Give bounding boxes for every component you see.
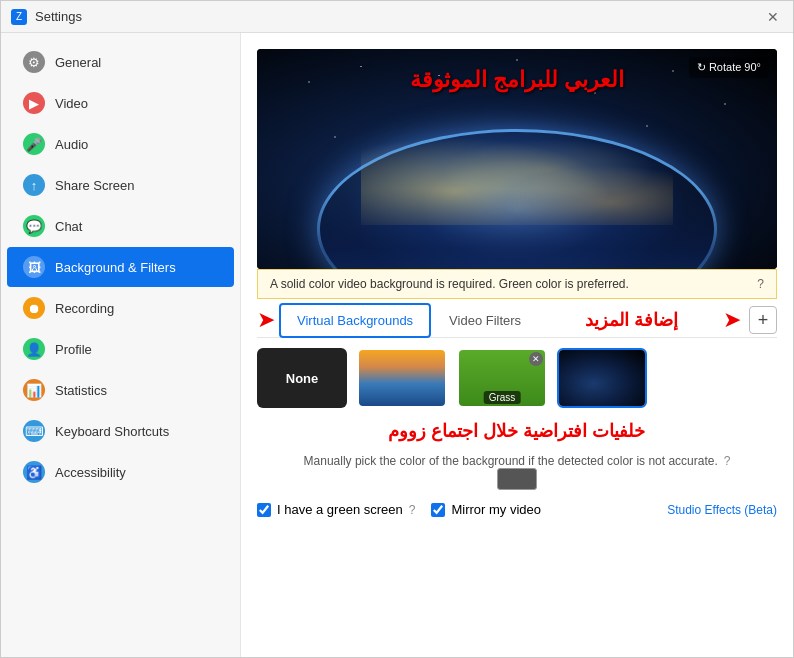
window-title: Settings	[35, 9, 82, 24]
grass-label: Grass	[484, 391, 521, 404]
chat-icon: 💬	[23, 215, 45, 237]
main-panel: العربي للبرامج الموثوقة ↻ Rotate 90° A s…	[241, 33, 793, 657]
tabs-row: ➤ Virtual Backgrounds Video Filters إضاف…	[257, 303, 777, 338]
background-icon: 🖼	[23, 256, 45, 278]
add-btn-wrapper: ➤ +	[723, 306, 777, 334]
tab-arrow-wrapper: ➤ Virtual Backgrounds	[257, 303, 431, 337]
sidebar-item-profile[interactable]: 👤 Profile	[7, 329, 234, 369]
sidebar-item-audio[interactable]: 🎤 Audio	[7, 124, 234, 164]
mirror-video-row: Mirror my video	[431, 502, 541, 517]
green-screen-label: I have a green screen	[277, 502, 403, 517]
sidebar-item-video[interactable]: ▶ Video	[7, 83, 234, 123]
sidebar-item-accessibility[interactable]: ♿ Accessibility	[7, 452, 234, 492]
arabic-add-text: إضافة المزيد	[539, 309, 723, 331]
thumb-none[interactable]: None	[257, 348, 347, 408]
color-label-row: Manually pick the color of the backgroun…	[257, 454, 777, 468]
none-label: None	[259, 350, 345, 406]
sidebar-label-audio: Audio	[55, 137, 88, 152]
earth-image	[559, 350, 645, 406]
tab-video-filters[interactable]: Video Filters	[431, 303, 539, 338]
app-icon: Z	[11, 9, 27, 25]
color-preview-swatch[interactable]	[497, 468, 537, 490]
statistics-icon: 📊	[23, 379, 45, 401]
bridge-image	[359, 350, 445, 406]
sidebar-item-general[interactable]: ⚙ General	[7, 42, 234, 82]
sidebar: ⚙ General ▶ Video 🎤 Audio ↑ Share Screen…	[1, 33, 241, 657]
warning-bar: A solid color video background is requir…	[257, 269, 777, 299]
thumb-earth[interactable]	[557, 348, 647, 408]
mirror-video-label: Mirror my video	[451, 502, 541, 517]
sidebar-label-background: Background & Filters	[55, 260, 176, 275]
close-button[interactable]: ✕	[763, 7, 783, 27]
thumbnails-row: None ✕ Grass	[257, 348, 777, 408]
sidebar-label-accessibility: Accessibility	[55, 465, 126, 480]
thumb-bridge[interactable]	[357, 348, 447, 408]
warning-help-icon[interactable]: ?	[757, 277, 764, 291]
titlebar: Z Settings ✕	[1, 1, 793, 33]
tab-virtual-backgrounds[interactable]: Virtual Backgrounds	[279, 303, 431, 338]
sharescreen-icon: ↑	[23, 174, 45, 196]
green-screen-help-icon[interactable]: ?	[409, 503, 416, 517]
sidebar-label-keyboard: Keyboard Shortcuts	[55, 424, 169, 439]
sidebar-label-profile: Profile	[55, 342, 92, 357]
bottom-checkboxes: I have a green screen ? Mirror my video …	[257, 498, 777, 521]
audio-icon: 🎤	[23, 133, 45, 155]
add-background-button[interactable]: +	[749, 306, 777, 334]
green-screen-row: I have a green screen ?	[257, 502, 415, 517]
video-icon: ▶	[23, 92, 45, 114]
bottom-section: Manually pick the color of the backgroun…	[257, 450, 777, 525]
general-icon: ⚙	[23, 51, 45, 73]
sidebar-item-statistics[interactable]: 📊 Statistics	[7, 370, 234, 410]
recording-icon: ⏺	[23, 297, 45, 319]
green-screen-checkbox[interactable]	[257, 503, 271, 517]
mirror-video-checkbox[interactable]	[431, 503, 445, 517]
content-area: ⚙ General ▶ Video 🎤 Audio ↑ Share Screen…	[1, 33, 793, 657]
preview-container: العربي للبرامج الموثوقة ↻ Rotate 90°	[257, 49, 777, 269]
sidebar-label-chat: Chat	[55, 219, 82, 234]
settings-window: Z Settings ✕ ⚙ General ▶ Video 🎤 Audio ↑…	[0, 0, 794, 658]
sidebar-label-statistics: Statistics	[55, 383, 107, 398]
sidebar-label-general: General	[55, 55, 101, 70]
sidebar-item-background[interactable]: 🖼 Background & Filters	[7, 247, 234, 287]
arabic-subtitle: خلفيات افتراضية خلال اجتماع زووم	[257, 420, 777, 442]
color-label-text: Manually pick the color of the backgroun…	[304, 454, 718, 468]
rotate-button[interactable]: ↻ Rotate 90°	[689, 57, 769, 78]
warning-text: A solid color video background is requir…	[270, 277, 629, 291]
color-help-icon[interactable]: ?	[724, 454, 731, 468]
sidebar-item-recording[interactable]: ⏺ Recording	[7, 288, 234, 328]
sidebar-item-sharescreen[interactable]: ↑ Share Screen	[7, 165, 234, 205]
sidebar-label-sharescreen: Share Screen	[55, 178, 135, 193]
sidebar-label-video: Video	[55, 96, 88, 111]
arrow-right: ➤	[723, 307, 741, 333]
accessibility-icon: ♿	[23, 461, 45, 483]
grass-remove-button[interactable]: ✕	[529, 352, 543, 366]
sidebar-label-recording: Recording	[55, 301, 114, 316]
studio-effects-link[interactable]: Studio Effects (Beta)	[667, 503, 777, 517]
arrow-left: ➤	[257, 307, 275, 333]
keyboard-icon: ⌨	[23, 420, 45, 442]
sidebar-item-chat[interactable]: 💬 Chat	[7, 206, 234, 246]
titlebar-left: Z Settings	[11, 9, 82, 25]
thumb-grass[interactable]: ✕ Grass	[457, 348, 547, 408]
sidebar-item-keyboard[interactable]: ⌨ Keyboard Shortcuts	[7, 411, 234, 451]
profile-icon: 👤	[23, 338, 45, 360]
